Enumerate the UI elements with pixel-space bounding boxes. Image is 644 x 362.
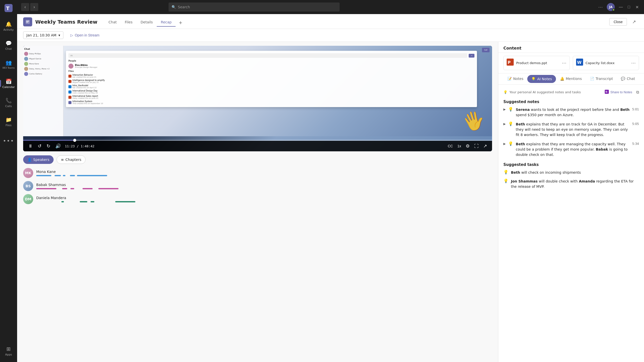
share-icon-button[interactable]: ↗ — [630, 18, 638, 26]
timeline-segment — [83, 188, 93, 189]
user-avatar[interactable]: JA — [607, 3, 615, 11]
file-card-word[interactable]: W Capacity list.doxx ⋯ — [573, 56, 639, 70]
task-text-1: Beth will check on incoming shipments — [511, 170, 639, 175]
video-ui-overlay: Chat Daisy Phillips Miguel Garcia — [23, 46, 492, 136]
sidebar-item-activity[interactable]: 🔔 Activity — [2, 17, 15, 35]
sidebar-label-chat: Chat — [5, 47, 12, 51]
search-bar[interactable]: 🔍 Search — [169, 3, 340, 12]
tab-files[interactable]: Files — [121, 18, 137, 27]
file-card-ppt[interactable]: P Product demos.ppt ⋯ — [503, 56, 570, 70]
meeting-icon — [23, 17, 32, 26]
speaker-timeline — [36, 201, 492, 202]
progress-bar[interactable] — [23, 140, 492, 141]
timeline-segment — [115, 201, 135, 202]
list-item: 💡 Beth will check on incoming shipments — [503, 170, 639, 175]
list-item: ▶ 💡 Beth explains that they are on track… — [503, 122, 639, 138]
tab-add-button[interactable]: + — [176, 18, 185, 27]
topbar-right: ⋯ JA — □ ✕ — [597, 3, 640, 11]
sidebar-label-teams: 883 Teams — [3, 67, 15, 69]
chapters-tab[interactable]: ≡ Chapters — [57, 155, 86, 164]
table-row: DM Daniela Mandera — [23, 194, 492, 204]
expand-arrow-2[interactable]: ▶ — [503, 122, 506, 126]
sidebar-item-more[interactable]: ••• — [2, 132, 15, 150]
svg-text:N: N — [606, 90, 607, 93]
notes-tabs: 📝 Notes 💡 AI Notes 🔔 Mentions 📄 — [498, 73, 644, 85]
speaker-timeline — [36, 188, 492, 189]
tab-ai-notes[interactable]: 💡 AI Notes — [527, 75, 556, 83]
meeting-page: Weekly Teams Review Chat Files Details R… — [17, 14, 644, 362]
suggested-notes-title: Suggested notes — [503, 100, 639, 104]
meeting-title: Weekly Teams Review — [35, 19, 97, 25]
rewind-10-button[interactable]: ↺ — [37, 143, 43, 149]
chapters-icon: ≡ — [61, 158, 64, 162]
speakers-tab[interactable]: 👤 Speakers — [23, 155, 54, 164]
split-layout: Chat Daisy Phillips Miguel Garcia — [17, 42, 644, 362]
stream-icon: ▷ — [70, 33, 73, 37]
task-bulb-icon-2: 💡 — [503, 178, 508, 183]
sidebar-item-chat[interactable]: 💬 Chat — [2, 36, 15, 54]
timeline-segment — [70, 175, 75, 176]
video-thumbnail: Chat Daisy Phillips Miguel Garcia — [23, 46, 492, 151]
file-cards: P Product demos.ppt ⋯ W — [498, 53, 644, 73]
tab-notes[interactable]: 📝 Notes — [503, 73, 527, 84]
share-to-notes-button[interactable]: N Share to Notes — [603, 89, 634, 96]
timeline-segment — [70, 188, 74, 189]
maximize-button[interactable]: □ — [626, 4, 632, 10]
copy-button[interactable]: ⧉ — [636, 90, 639, 95]
list-item: 💡 Jon Shammas will double check with Ama… — [503, 179, 639, 189]
speakers-list: MK Mona Kane — [23, 168, 492, 204]
word-icon: W — [576, 59, 583, 67]
close-button[interactable]: Close — [609, 18, 627, 26]
close-window-button[interactable]: ✕ — [634, 4, 640, 10]
note-time-3: 5:34 — [632, 142, 639, 146]
sidebar-item-files[interactable]: 📁 Files — [2, 113, 15, 131]
note-time-2: 5:05 — [632, 122, 639, 126]
tab-mentions[interactable]: 🔔 Mentions — [556, 73, 586, 84]
pause-button[interactable]: ⏸ — [27, 143, 34, 149]
onenote-icon: N — [605, 90, 609, 95]
note-bulb-icon-2: 💡 — [508, 121, 513, 126]
sidebar: T 🔔 Activity 💬 Chat 👥 883 Teams 📅 Calend… — [0, 0, 17, 362]
bulb-header-icon: 💡 — [503, 90, 507, 94]
fullscreen-button[interactable]: ⛶ — [473, 143, 480, 149]
expand-arrow-3[interactable]: ▶ — [503, 142, 506, 146]
file-more-word[interactable]: ⋯ — [631, 60, 636, 66]
calls-icon: 📞 — [6, 98, 12, 104]
forward-button[interactable]: › — [30, 3, 38, 11]
minimize-button[interactable]: — — [618, 4, 624, 10]
expand-arrow-1[interactable]: ▶ — [503, 108, 506, 111]
timeline-segment — [36, 175, 51, 176]
sidebar-item-teams[interactable]: 👥 883 Teams — [2, 55, 15, 73]
volume-button[interactable]: 🔊 — [54, 143, 62, 149]
forward-10-button[interactable]: ↻ — [46, 143, 51, 149]
file-more-ppt[interactable]: ⋯ — [562, 60, 567, 66]
note-time-1: 5:01 — [632, 107, 639, 111]
search-icon: 🔍 — [172, 5, 176, 9]
speed-button[interactable]: 1x — [456, 144, 462, 149]
sidebar-item-calls[interactable]: 📞 Calls — [2, 94, 15, 112]
user-status — [612, 9, 615, 11]
svg-text:T: T — [6, 5, 10, 11]
date-selector[interactable]: Jan 21, 10:30 AM ▾ — [23, 31, 63, 39]
tab-details[interactable]: Details — [137, 18, 157, 27]
svg-rect-4 — [26, 22, 28, 22]
video-controls: ⏸ ↺ ↻ 🔊 11:23 / 1:48:42 CC 1x ⚙ — [23, 141, 492, 151]
video-player: Chat Daisy Phillips Miguel Garcia — [23, 46, 492, 151]
settings-video-button[interactable]: ⚙ — [465, 143, 471, 149]
tab-chat-notes[interactable]: 💬 Chat — [617, 73, 639, 84]
tab-chat[interactable]: Chat — [104, 18, 121, 27]
share-video-button[interactable]: ↗ — [482, 143, 488, 149]
note-text-3: Beth explains that they are managing the… — [516, 142, 630, 157]
tab-transcript[interactable]: 📄 Transcript — [586, 73, 617, 84]
tab-recap[interactable]: Recap — [157, 18, 176, 27]
back-button[interactable]: ‹ — [21, 3, 29, 11]
table-row: BS Babak Shammas — [23, 181, 492, 191]
ai-header-text: Your personal AI suggested notes and tas… — [509, 90, 601, 94]
settings-button[interactable]: ⋯ — [597, 3, 604, 11]
open-in-stream-button[interactable]: ▷ Open in Stream — [67, 32, 102, 39]
teams-logo[interactable]: T — [3, 2, 15, 14]
sidebar-item-apps[interactable]: ⊞ Apps — [2, 342, 15, 360]
timeline-segment — [98, 188, 118, 189]
captions-button[interactable]: CC — [447, 144, 454, 149]
sidebar-item-calendar[interactable]: 📅 Calendar — [2, 74, 15, 93]
